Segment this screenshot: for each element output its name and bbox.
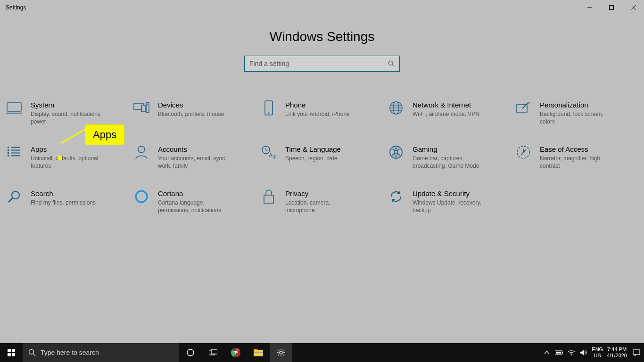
tray-language[interactable]: ENGUS [592, 346, 603, 359]
category-desc: Your accounts, email, sync, work, family [158, 155, 233, 170]
svg-point-53 [236, 353, 239, 356]
taskbar: Type here to search ENGUS 7:44 PM4/1/202… [0, 343, 644, 362]
category-title: Gaming [413, 145, 488, 153]
category-title: Cortana [158, 189, 233, 197]
svg-rect-70 [633, 350, 640, 354]
svg-rect-6 [7, 103, 21, 111]
svg-rect-43 [12, 349, 15, 352]
svg-point-69 [571, 354, 572, 355]
taskbar-chrome-button[interactable] [224, 343, 247, 362]
system-tray[interactable]: ENGUS 7:44 PM4/1/2020 [543, 343, 644, 362]
svg-line-47 [33, 354, 36, 356]
category-title: Search [31, 189, 96, 197]
svg-point-11 [147, 104, 148, 105]
category-title: Apps [31, 145, 106, 153]
tray-volume-icon[interactable] [579, 349, 588, 356]
category-system[interactable]: SystemDisplay, sound, notifications, pow… [6, 100, 129, 125]
search-box[interactable] [244, 56, 400, 72]
category-phone[interactable]: PhoneLink your Android, iPhone [261, 100, 383, 125]
tray-battery-icon[interactable] [555, 350, 563, 355]
category-desc: Location, camera, microphone [285, 199, 361, 214]
svg-rect-42 [8, 349, 11, 352]
svg-rect-68 [556, 352, 561, 354]
category-privacy[interactable]: PrivacyLocation, camera, microphone [261, 189, 383, 214]
window-title: Settings [6, 4, 26, 11]
search-icon [388, 60, 395, 67]
taskbar-cortana-button[interactable] [179, 343, 202, 362]
category-gaming[interactable]: GamingGame bar, captures, broadcasting, … [388, 144, 511, 170]
tray-wifi-icon[interactable] [567, 350, 576, 355]
category-desc: Speech, region, date [285, 155, 341, 163]
svg-point-40 [138, 193, 145, 200]
category-ease[interactable]: Ease of AccessNarrator, magnifier, high … [515, 144, 638, 170]
category-cortana[interactable]: CortanaCortana language, permissions, no… [133, 189, 256, 214]
svg-rect-54 [254, 350, 263, 356]
ease-of-access-icon [515, 144, 531, 160]
xbox-icon [388, 144, 404, 160]
category-network[interactable]: Network & InternetWi-Fi, airplane mode, … [388, 100, 511, 125]
category-update[interactable]: Update & SecurityWindows Update, recover… [388, 189, 511, 214]
window-titlebar: Settings [0, 0, 644, 15]
search-category-icon [6, 189, 22, 205]
category-title: Time & Language [285, 145, 341, 153]
lock-icon [261, 189, 277, 205]
category-title: Accounts [158, 145, 233, 153]
update-icon [388, 189, 404, 205]
taskbar-explorer-button[interactable] [247, 343, 270, 362]
page-title: Windows Settings [0, 29, 644, 44]
category-personalization[interactable]: PersonalizationBackground, lock screen, … [515, 100, 638, 125]
category-title: Devices [158, 101, 224, 109]
minimize-button[interactable] [579, 0, 601, 15]
start-button[interactable] [0, 343, 23, 362]
svg-point-46 [29, 350, 34, 354]
svg-rect-1 [610, 6, 614, 10]
svg-point-57 [280, 351, 282, 354]
svg-line-5 [392, 65, 394, 66]
category-desc: Narrator, magnifier, high contrast [540, 155, 615, 170]
annotation-callout: Apps [85, 125, 124, 145]
category-title: Personalization [540, 101, 615, 109]
svg-line-38 [8, 198, 13, 202]
category-title: Ease of Access [540, 145, 615, 153]
category-desc: Find my files, permissions [31, 199, 96, 207]
svg-line-64 [278, 354, 279, 355]
category-desc: Cortana language, permissions, notificat… [158, 199, 233, 214]
taskbar-search-icon [28, 349, 36, 356]
category-title: Phone [285, 101, 350, 109]
settings-grid: SystemDisplay, sound, notifications, pow… [0, 100, 644, 214]
taskbar-search[interactable]: Type here to search [23, 343, 179, 362]
category-desc: Display, sound, notifications, power [31, 111, 106, 125]
category-search[interactable]: SearchFind my files, permissions [6, 189, 129, 214]
svg-point-48 [187, 349, 194, 356]
category-title: Network & Internet [413, 101, 479, 109]
tray-chevron-icon[interactable] [543, 351, 551, 354]
category-accounts[interactable]: AccountsYour accounts, email, sync, work… [133, 144, 256, 170]
taskbar-settings-button[interactable] [270, 343, 292, 362]
svg-point-37 [12, 191, 19, 199]
svg-rect-50 [211, 349, 217, 354]
category-time[interactable]: A字 Time & LanguageSpeech, region, date [261, 144, 383, 170]
svg-rect-45 [12, 353, 15, 356]
tray-clock[interactable]: 7:44 PM4/1/2020 [607, 346, 627, 359]
category-desc: Uninstall, defaults, optional features [31, 155, 106, 170]
category-desc: Wi-Fi, airplane mode, VPN [413, 111, 479, 118]
cortana-icon [133, 189, 149, 205]
category-desc: Bluetooth, printers, mouse [158, 111, 224, 118]
category-apps[interactable]: AppsUninstall, defaults, optional featur… [6, 144, 129, 170]
category-title: System [31, 101, 106, 109]
svg-point-29 [138, 146, 145, 153]
maximize-button[interactable] [601, 0, 622, 15]
svg-text:字: 字 [272, 155, 276, 159]
tray-notifications-icon[interactable] [631, 349, 642, 356]
taskbar-taskview-button[interactable] [202, 343, 224, 362]
category-desc: Link your Android, iPhone [285, 111, 350, 118]
devices-icon [133, 100, 149, 116]
category-devices[interactable]: DevicesBluetooth, printers, mouse [133, 100, 256, 125]
svg-rect-41 [264, 195, 273, 203]
svg-rect-67 [562, 352, 563, 354]
taskbar-search-placeholder: Type here to search [41, 349, 99, 356]
search-input[interactable] [249, 60, 388, 67]
category-title: Update & Security [413, 189, 488, 197]
paint-icon [515, 100, 531, 116]
close-button[interactable] [622, 0, 644, 15]
